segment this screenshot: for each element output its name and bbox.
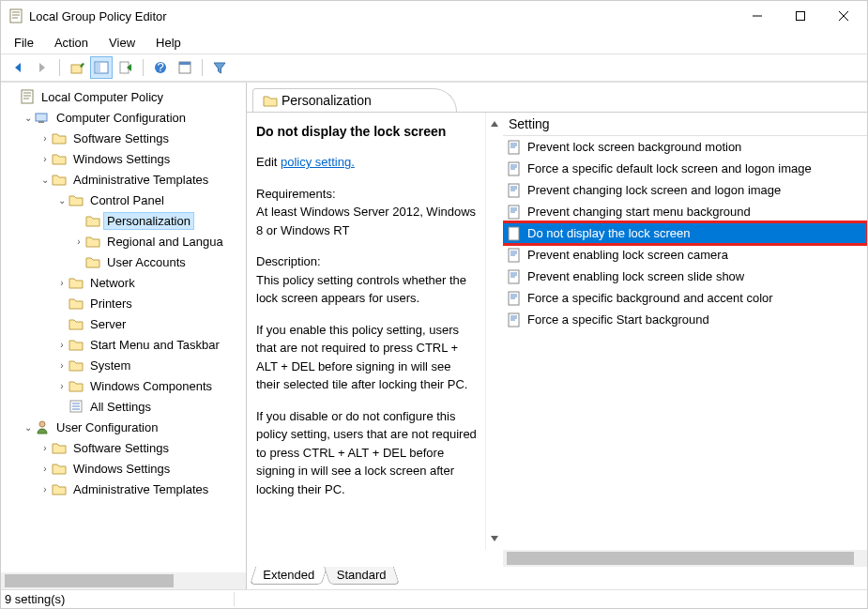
desc-p3: If you disable or do not configure this … (256, 407, 478, 499)
tree-cc-windows[interactable]: ›Windows Settings (5, 148, 246, 169)
setting-label: Prevent changing start menu background (527, 205, 751, 219)
forward-button[interactable] (31, 56, 53, 79)
col-setting[interactable]: Setting (503, 113, 867, 136)
tab-standard[interactable]: Standard (324, 567, 400, 585)
req-text: At least Windows Server 2012, Windows 8 … (256, 203, 478, 239)
policy-icon (507, 205, 522, 220)
policy-icon (507, 161, 522, 176)
setting-row[interactable]: Do not display the lock screen (503, 222, 867, 244)
svg-rect-2 (71, 65, 82, 73)
toolbar-separator (143, 59, 144, 76)
setting-label: Prevent enabling lock screen slide show (527, 269, 744, 283)
tree-startmenu[interactable]: ›Start Menu and Taskbar (5, 334, 246, 355)
setting-label: Do not display the lock screen (527, 226, 690, 240)
svg-rect-9 (179, 62, 190, 65)
tree-panel: Local Computer Policy ⌄Computer Configur… (1, 83, 247, 589)
tree-uc-windows[interactable]: ›Windows Settings (5, 458, 246, 479)
tree-cc-software[interactable]: ›Software Settings (5, 128, 246, 148)
setting-row[interactable]: Force a specific default lock screen and… (503, 158, 867, 179)
tree-all-settings[interactable]: All Settings (5, 396, 246, 417)
setting-label: Prevent changing lock screen and logon i… (527, 183, 781, 197)
setting-row[interactable]: Prevent changing lock screen and logon i… (503, 179, 867, 201)
app-icon (8, 8, 23, 23)
help-button[interactable]: ? (149, 56, 172, 79)
setting-label: Force a specific background and accent c… (527, 291, 773, 305)
setting-label: Force a specific default lock screen and… (527, 161, 812, 175)
properties-button[interactable] (174, 56, 196, 79)
tree-root[interactable]: Local Computer Policy (5, 86, 246, 107)
filter-button[interactable] (208, 56, 231, 79)
right-pane: Personalization Do not display the lock … (247, 83, 867, 589)
setting-row[interactable]: Force a specific background and accent c… (503, 287, 867, 309)
tree-cc-admin-templates[interactable]: ⌄Administrative Templates (5, 169, 246, 190)
tree-regional[interactable]: ›Regional and Langua (5, 231, 246, 251)
svg-rect-4 (96, 63, 100, 72)
menu-action[interactable]: Action (45, 34, 98, 52)
policy-icon (507, 269, 522, 284)
setting-label: Prevent lock screen background motion (527, 140, 741, 154)
tree-uc-software[interactable]: ›Software Settings (5, 437, 246, 458)
menu-view[interactable]: View (99, 34, 145, 52)
detail-title: Do not display the lock screen (256, 122, 478, 142)
policy-icon (507, 312, 522, 327)
show-tree-button[interactable] (90, 56, 113, 79)
tab-extended[interactable]: Extended (250, 567, 327, 585)
minimize-button[interactable] (736, 1, 779, 31)
setting-row[interactable]: Force a specific Start background (503, 309, 867, 330)
folder-icon (263, 93, 278, 108)
window-title: Local Group Policy Editor (29, 9, 736, 23)
desc-label: Description: (256, 252, 478, 271)
maximize-button[interactable] (779, 1, 822, 31)
setting-row[interactable]: Prevent lock screen background motion (503, 136, 867, 158)
up-button[interactable] (66, 56, 88, 79)
back-button[interactable] (7, 56, 29, 79)
policy-icon (507, 291, 522, 306)
desc-p1: This policy setting controls whether the… (256, 271, 478, 308)
scroll-down-icon[interactable] (489, 533, 500, 544)
status-bar: 9 setting(s) (1, 589, 867, 608)
svg-text:?: ? (157, 60, 163, 74)
tree-network[interactable]: ›Network (5, 272, 246, 293)
svg-point-14 (39, 421, 45, 427)
tree-personalization[interactable]: Personalization (5, 210, 246, 231)
edit-policy-link[interactable]: policy setting. (281, 155, 355, 169)
policy-icon (507, 183, 522, 198)
tree-server[interactable]: Server (5, 313, 246, 334)
svg-rect-1 (797, 12, 805, 21)
detail-vscroll[interactable] (486, 113, 503, 550)
tree-control-panel[interactable]: ⌄Control Panel (5, 190, 246, 210)
settings-list-wrap: Setting Prevent lock screen background m… (486, 113, 867, 550)
tree-computer-config[interactable]: ⌄Computer Configuration (5, 107, 246, 128)
pane-header: Personalization (247, 83, 867, 112)
status-text: 9 setting(s) (5, 592, 235, 606)
toolbar-separator (59, 59, 60, 76)
tree-user-config[interactable]: ⌄User Configuration (5, 417, 246, 437)
policy-icon (507, 140, 522, 155)
tree-windows-components[interactable]: ›Windows Components (5, 375, 246, 396)
setting-row[interactable]: Prevent enabling lock screen slide show (503, 266, 867, 287)
tree-hscroll[interactable] (1, 572, 246, 589)
content-area: Local Computer Policy ⌄Computer Configur… (1, 82, 867, 589)
policy-icon (507, 226, 522, 241)
tree-user-accounts[interactable]: User Accounts (5, 251, 246, 272)
tree-printers[interactable]: Printers (5, 293, 246, 313)
menu-file[interactable]: File (5, 34, 43, 52)
view-tabs: Extended Standard (247, 567, 867, 589)
tree[interactable]: Local Computer Policy ⌄Computer Configur… (1, 83, 246, 572)
close-button[interactable] (822, 1, 865, 31)
setting-row[interactable]: Prevent changing start menu background (503, 201, 867, 222)
req-label: Requirements: (256, 185, 478, 204)
tree-uc-admin[interactable]: ›Administrative Templates (5, 479, 246, 499)
setting-label: Force a specific Start background (527, 312, 709, 327)
settings-hscroll[interactable] (503, 550, 867, 567)
scroll-up-icon[interactable] (489, 118, 500, 129)
setting-row[interactable]: Prevent enabling lock screen camera (503, 244, 867, 266)
pane-title: Personalization (282, 93, 372, 108)
policy-icon (507, 248, 522, 263)
export-button[interactable] (114, 56, 137, 79)
title-bar: Local Group Policy Editor (1, 1, 867, 31)
toolbar-separator (202, 59, 203, 76)
menu-help[interactable]: Help (146, 34, 190, 52)
settings-list[interactable]: Setting Prevent lock screen background m… (503, 113, 867, 550)
tree-system[interactable]: ›System (5, 355, 246, 375)
